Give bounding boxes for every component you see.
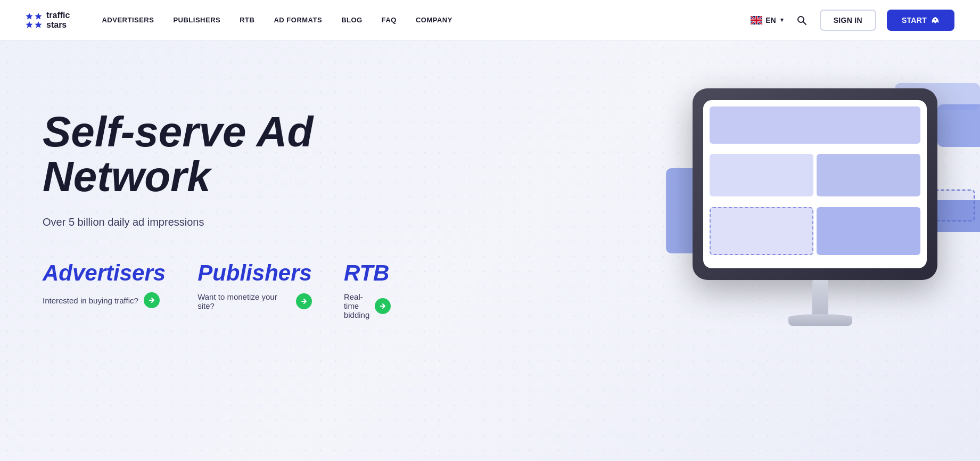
svg-marker-1 <box>35 13 42 20</box>
star-icon-1 <box>26 12 33 20</box>
monitor-illustration <box>661 62 980 339</box>
monitor-wrap <box>661 62 980 339</box>
float-ad-right-top <box>937 104 980 147</box>
monitor-stand-base <box>788 314 852 326</box>
publishers-desc-text: Want to monetize your site? <box>197 292 291 310</box>
search-icon <box>796 15 807 26</box>
nav-advertisers[interactable]: ADVERTISERS <box>102 16 154 24</box>
rtb-arrow[interactable] <box>375 298 391 314</box>
svg-marker-2 <box>26 21 33 28</box>
advertisers-desc-text: Interested in buying traffic? <box>43 296 138 305</box>
nav-publishers[interactable]: PUBLISHERS <box>173 16 220 24</box>
nav-faq[interactable]: FAQ <box>382 16 397 24</box>
ad-block-mid-left <box>710 154 813 196</box>
hero-subtitle: Over 5 billion daily ad impressions <box>43 216 362 228</box>
start-label: START <box>902 16 927 24</box>
star-icon-3 <box>26 21 33 28</box>
search-button[interactable] <box>794 13 809 28</box>
logo[interactable]: traffic stars <box>26 11 70 29</box>
star-icon-4 <box>35 21 42 28</box>
header: traffic stars ADVERTISERS PUBLISHERS RTB… <box>0 0 980 40</box>
hero-title: Self-serve Ad Network <box>43 110 362 199</box>
nav-company[interactable]: COMPANY <box>416 16 452 24</box>
publishers-card-title[interactable]: Publishers <box>197 260 312 286</box>
hero-left: Self-serve Ad Network Over 5 billion dai… <box>43 94 362 319</box>
monitor-screen <box>703 100 927 268</box>
svg-marker-0 <box>26 13 33 20</box>
hero-section: Self-serve Ad Network Over 5 billion dai… <box>0 40 980 461</box>
monitor-stand-neck <box>812 280 828 317</box>
rtb-card-desc: Real-time bidding <box>344 292 391 319</box>
publishers-card-desc: Want to monetize your site? <box>197 292 312 310</box>
nav-right: EN ▾ SIGN IN START <box>751 10 954 31</box>
svg-line-6 <box>803 21 806 24</box>
screen-content <box>703 100 927 268</box>
hero-title-line1: Self-serve Ad <box>43 108 313 155</box>
language-selector[interactable]: EN ▾ <box>751 16 783 24</box>
signin-button[interactable]: SIGN IN <box>820 10 876 31</box>
lang-label: EN <box>765 16 776 24</box>
flag-icon <box>751 16 762 24</box>
ad-block-top <box>710 106 920 144</box>
nav-adformats[interactable]: AD FORMATS <box>274 16 322 24</box>
chevron-down-icon: ▾ <box>780 17 784 23</box>
nav-blog[interactable]: BLOG <box>341 16 363 24</box>
hero-card-advertisers: Advertisers Interested in buying traffic… <box>43 260 166 319</box>
logo-text: traffic stars <box>46 11 70 29</box>
advertisers-card-title[interactable]: Advertisers <box>43 260 166 286</box>
rtb-card-title[interactable]: RTB <box>344 260 391 286</box>
ad-block-mid-right <box>817 154 920 196</box>
hero-cards: Advertisers Interested in buying traffic… <box>43 260 362 319</box>
arrow-right-icon <box>148 297 155 304</box>
svg-point-7 <box>935 19 936 20</box>
monitor-bezel <box>693 88 937 280</box>
arrow-right-icon-3 <box>379 302 386 310</box>
hero-card-publishers: Publishers Want to monetize your site? <box>197 260 312 319</box>
svg-marker-3 <box>35 21 42 28</box>
logo-stars <box>26 12 42 28</box>
logo-brand: traffic <box>46 11 70 20</box>
publishers-arrow[interactable] <box>296 293 312 309</box>
ad-block-bot-right <box>817 207 920 255</box>
rtb-desc-text: Real-time bidding <box>344 292 369 319</box>
hero-card-rtb: RTB Real-time bidding <box>344 260 391 319</box>
arrow-right-icon-2 <box>300 298 308 305</box>
nav-rtb[interactable]: RTB <box>240 16 254 24</box>
logo-brand2: stars <box>46 20 70 30</box>
ad-block-bot-left <box>710 207 813 255</box>
rocket-icon <box>931 16 940 24</box>
main-nav: ADVERTISERS PUBLISHERS RTB AD FORMATS BL… <box>102 16 751 24</box>
start-button[interactable]: START <box>887 10 954 31</box>
hero-title-line2: Network <box>43 153 211 200</box>
advertisers-arrow[interactable] <box>144 292 160 308</box>
advertisers-card-desc: Interested in buying traffic? <box>43 292 166 308</box>
star-icon-2 <box>35 12 42 20</box>
